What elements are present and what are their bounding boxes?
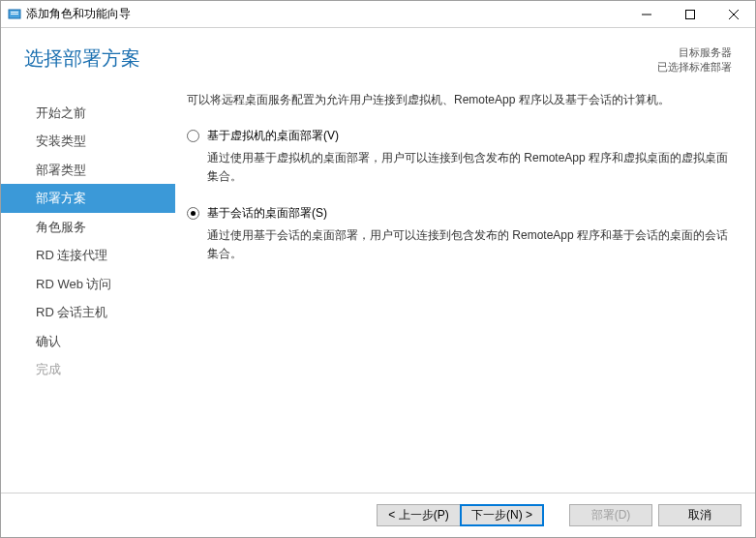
target-info: 目标服务器 已选择标准部署 <box>657 45 732 75</box>
radio-session-based[interactable]: 基于会话的桌面部署(S) <box>187 204 732 223</box>
close-button[interactable] <box>711 1 755 28</box>
sidebar-item-deploy-type[interactable]: 部署类型 <box>1 156 175 185</box>
maximize-button[interactable] <box>668 1 711 28</box>
deploy-button: 部署(D) <box>569 504 652 526</box>
option-label: 基于会话的桌面部署(S) <box>207 204 327 223</box>
svg-rect-1 <box>11 12 18 13</box>
option-vm-based: 基于虚拟机的桌面部署(V) 通过使用基于虚拟机的桌面部署，用户可以连接到包含发布… <box>187 127 732 187</box>
sidebar-item-rd-broker[interactable]: RD 连接代理 <box>1 241 175 270</box>
option-desc: 通过使用基于会话的桌面部署，用户可以连接到包含发布的 RemoteApp 程序和… <box>207 226 732 263</box>
sidebar-item-install-type[interactable]: 安装类型 <box>1 127 175 156</box>
nav-button-pair: < 上一步(P) 下一步(N) > <box>377 504 544 526</box>
sidebar-item-deploy-scenario[interactable]: 部署方案 <box>1 184 175 213</box>
wizard-window: 添加角色和功能向导 选择部署方案 目标服务器 已选择标准部署 开始之前 安装类型… <box>0 0 756 538</box>
svg-rect-4 <box>685 10 694 18</box>
sidebar-item-complete: 完成 <box>1 355 175 384</box>
option-session-based: 基于会话的桌面部署(S) 通过使用基于会话的桌面部署，用户可以连接到包含发布的 … <box>187 204 732 264</box>
sidebar-item-rd-web[interactable]: RD Web 访问 <box>1 270 175 299</box>
titlebar: 添加角色和功能向导 <box>1 1 755 28</box>
sidebar-item-confirm[interactable]: 确认 <box>1 327 175 356</box>
minimize-button[interactable] <box>624 1 668 28</box>
sidebar-item-rd-session-host[interactable]: RD 会话主机 <box>1 298 175 327</box>
svg-rect-2 <box>11 14 18 15</box>
cancel-button[interactable]: 取消 <box>658 504 741 526</box>
page-title: 选择部署方案 <box>24 45 657 72</box>
radio-icon <box>187 207 199 220</box>
option-desc: 通过使用基于虚拟机的桌面部署，用户可以连接到包含发布的 RemoteApp 程序… <box>207 149 732 186</box>
sidebar-item-before-begin[interactable]: 开始之前 <box>1 99 175 128</box>
radio-vm-based[interactable]: 基于虚拟机的桌面部署(V) <box>187 127 732 145</box>
window-title: 添加角色和功能向导 <box>26 6 624 22</box>
radio-icon <box>187 130 199 142</box>
intro-text: 可以将远程桌面服务配置为允许用户连接到虚拟机、RemoteApp 程序以及基于会… <box>187 91 732 109</box>
window-controls <box>624 1 755 28</box>
target-sub: 已选择标准部署 <box>657 60 732 75</box>
body: 开始之前 安装类型 部署类型 部署方案 角色服务 RD 连接代理 RD Web … <box>1 83 755 493</box>
next-button[interactable]: 下一步(N) > <box>460 504 544 526</box>
content: 可以将远程桌面服务配置为允许用户连接到虚拟机、RemoteApp 程序以及基于会… <box>175 91 755 493</box>
sidebar: 开始之前 安装类型 部署类型 部署方案 角色服务 RD 连接代理 RD Web … <box>1 91 175 493</box>
prev-button[interactable]: < 上一步(P) <box>377 504 460 526</box>
target-label: 目标服务器 <box>657 45 732 60</box>
sidebar-item-role-services[interactable]: 角色服务 <box>1 213 175 242</box>
app-icon <box>7 7 22 22</box>
header: 选择部署方案 目标服务器 已选择标准部署 <box>1 28 755 83</box>
option-label: 基于虚拟机的桌面部署(V) <box>207 127 339 145</box>
footer: < 上一步(P) 下一步(N) > 部署(D) 取消 <box>1 493 755 537</box>
